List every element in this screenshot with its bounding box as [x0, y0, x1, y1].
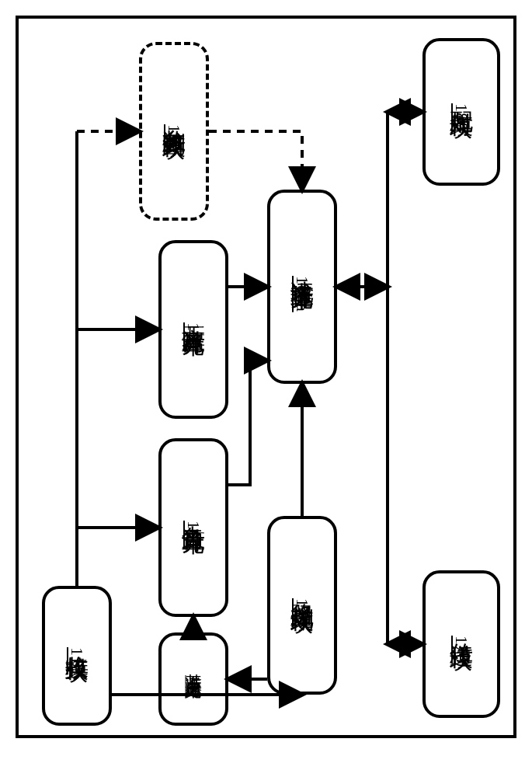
- edge-select-to-rightbus: [337, 112, 388, 644]
- node-distance-ref: 162: [183, 322, 203, 350]
- node-param: 参数判断模块 150: [139, 42, 209, 221]
- node-receive-ref: 110: [67, 647, 87, 674]
- node-refpoint: 基准点决定单元 161: [158, 632, 228, 726]
- node-pair-ref: 180: [451, 103, 471, 131]
- node-receive-label: 接收模块: [64, 636, 89, 643]
- node-param-ref: 150: [164, 124, 184, 152]
- edge-angle-to-select: [228, 361, 267, 485]
- node-route: 路径规划模块 140: [267, 516, 337, 695]
- node-pair: 配对模块 180: [422, 38, 500, 186]
- node-receive: 接收模块 110: [42, 586, 112, 726]
- node-transmit-ref: 170: [451, 636, 471, 664]
- diagram-frame: 接收模块 110 参数判断模块 150 距离计算单元 162 夹角计算单元 16…: [16, 16, 516, 738]
- node-distance: 距离计算单元 162: [158, 240, 228, 419]
- node-pair-label: 配对模块: [449, 92, 474, 99]
- node-refpoint-ref: 161: [186, 675, 202, 699]
- node-transmit: 传送模块 170: [422, 570, 500, 718]
- node-route-ref: 140: [292, 598, 312, 626]
- node-refpoint-label: 基准点决定单元: [184, 660, 202, 671]
- node-distance-label: 距离计算单元: [181, 308, 206, 318]
- node-angle-ref: 163: [183, 521, 203, 549]
- node-angle: 夹角计算单元 163: [158, 438, 228, 617]
- node-select-ref: 166a: [292, 276, 312, 312]
- node-angle-label: 夹角计算单元: [181, 507, 206, 516]
- node-select-label: 请求选择单元: [290, 262, 315, 271]
- node-select: 请求选择单元 166a: [267, 190, 337, 384]
- node-param-label: 参数判断模块: [162, 110, 186, 120]
- node-route-label: 路径规划模块: [290, 584, 315, 594]
- node-transmit-label: 传送模块: [449, 625, 474, 631]
- edge-param-to-select: [209, 131, 302, 190]
